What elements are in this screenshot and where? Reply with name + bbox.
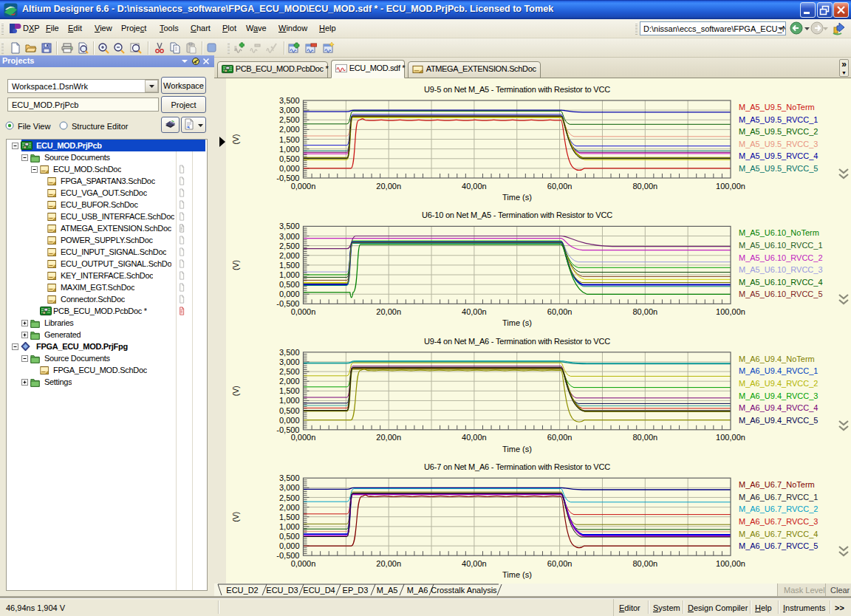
svg-text:(V): (V) xyxy=(231,386,240,396)
svg-text:20,00n: 20,00n xyxy=(376,433,401,442)
svg-text:100,00n: 100,00n xyxy=(716,559,745,568)
svg-text:2,000: 2,000 xyxy=(279,125,300,134)
svg-text:80,00n: 80,00n xyxy=(632,182,657,191)
svg-text:1,500: 1,500 xyxy=(279,386,300,395)
svg-text:M_A5_U6.10_RVCC_3: M_A5_U6.10_RVCC_3 xyxy=(739,265,823,274)
svg-text:ECU_D2: ECU_D2 xyxy=(226,586,258,595)
svg-text:0,000: 0,000 xyxy=(279,290,300,298)
svg-text:M_A5_U6.10_RVCC_2: M_A5_U6.10_RVCC_2 xyxy=(739,253,823,262)
svg-text:0,000n: 0,000n xyxy=(291,433,316,442)
svg-text:M_A6_U9.4_RVCC_1: M_A6_U9.4_RVCC_1 xyxy=(739,366,818,375)
svg-text:M_A5_U9.5_NoTerm: M_A5_U9.5_NoTerm xyxy=(739,103,815,112)
svg-text:100,00n: 100,00n xyxy=(716,307,745,316)
svg-text:M_A6_U6.7_NoTerm: M_A6_U6.7_NoTerm xyxy=(739,480,815,489)
svg-text:0,000n: 0,000n xyxy=(291,182,316,191)
svg-text:1,500: 1,500 xyxy=(279,135,300,144)
svg-text:60,00n: 60,00n xyxy=(547,559,573,568)
svg-text:M_A6_U9.4_RVCC_2: M_A6_U9.4_RVCC_2 xyxy=(739,379,818,388)
svg-text:0,500: 0,500 xyxy=(279,532,300,541)
svg-text:M_A5_U6.10_RVCC_4: M_A5_U6.10_RVCC_4 xyxy=(739,278,823,287)
svg-text:0,000: 0,000 xyxy=(279,541,300,550)
svg-text:1,000: 1,000 xyxy=(279,270,300,279)
svg-text:80,00n: 80,00n xyxy=(632,433,657,442)
svg-text:Crosstalk Analysis: Crosstalk Analysis xyxy=(431,586,497,595)
svg-text:M_A5_U9.5_RVCC_2: M_A5_U9.5_RVCC_2 xyxy=(739,127,818,136)
svg-text:M_A6_U9.4_NoTerm: M_A6_U9.4_NoTerm xyxy=(739,355,815,363)
svg-text:0,000n: 0,000n xyxy=(291,559,316,568)
svg-text:2,500: 2,500 xyxy=(279,115,300,124)
svg-text:20,00n: 20,00n xyxy=(376,182,401,191)
svg-text:0,000n: 0,000n xyxy=(291,307,316,316)
svg-text:0,000: 0,000 xyxy=(279,416,300,425)
svg-text:Time (s): Time (s) xyxy=(502,570,532,579)
svg-text:2,000: 2,000 xyxy=(279,377,300,386)
svg-text:2,000: 2,000 xyxy=(279,251,300,260)
svg-text:M_A5_U6.10_RVCC_1: M_A5_U6.10_RVCC_1 xyxy=(739,241,823,250)
svg-text:Time (s): Time (s) xyxy=(502,318,532,327)
svg-text:3,000: 3,000 xyxy=(279,357,300,366)
svg-text:40,00n: 40,00n xyxy=(462,307,487,316)
svg-text:3,000: 3,000 xyxy=(279,232,300,241)
svg-text:M_A5_U9.5_RVCC_1: M_A5_U9.5_RVCC_1 xyxy=(739,115,818,124)
svg-text:3,000: 3,000 xyxy=(279,483,300,492)
svg-text:M_A6_U6.7_RVCC_4: M_A6_U6.7_RVCC_4 xyxy=(739,530,818,538)
svg-text:1,000: 1,000 xyxy=(279,396,300,405)
svg-text:40,00n: 40,00n xyxy=(462,182,487,191)
svg-text:2,500: 2,500 xyxy=(279,493,300,502)
svg-text:3,500: 3,500 xyxy=(279,96,300,105)
svg-text:(V): (V) xyxy=(231,512,240,522)
svg-text:0,500: 0,500 xyxy=(279,280,300,289)
svg-text:80,00n: 80,00n xyxy=(632,307,657,316)
svg-text:M_A6_U6.7_RVCC_3: M_A6_U6.7_RVCC_3 xyxy=(739,517,818,526)
svg-text:2,500: 2,500 xyxy=(279,367,300,376)
svg-text:U6-7 on Net M_A6 - Termination: U6-7 on Net M_A6 - Termination with Resi… xyxy=(424,462,610,471)
svg-text:M_A5_U6.10_RVCC_5: M_A5_U6.10_RVCC_5 xyxy=(739,290,823,298)
svg-text:20,00n: 20,00n xyxy=(376,559,401,568)
svg-text:20,00n: 20,00n xyxy=(376,307,401,316)
svg-text:M_A6_U6.7_RVCC_5: M_A6_U6.7_RVCC_5 xyxy=(739,541,818,550)
svg-text:M_A5_U9.5_RVCC_5: M_A5_U9.5_RVCC_5 xyxy=(739,164,818,173)
svg-text:U9-4 on Net M_A6 - Termination: U9-4 on Net M_A6 - Termination with Resi… xyxy=(424,337,610,346)
svg-text:3,500: 3,500 xyxy=(279,222,300,230)
svg-text:40,00n: 40,00n xyxy=(462,433,487,442)
svg-text:3,000: 3,000 xyxy=(279,106,300,114)
svg-text:(V): (V) xyxy=(231,260,240,270)
svg-text:40,00n: 40,00n xyxy=(462,559,487,568)
svg-text:ECU_D3: ECU_D3 xyxy=(266,586,298,595)
svg-text:1,500: 1,500 xyxy=(279,261,300,270)
svg-text:0,500: 0,500 xyxy=(279,154,300,163)
svg-text:80,00n: 80,00n xyxy=(632,559,657,568)
svg-text:60,00n: 60,00n xyxy=(547,433,573,442)
svg-text:2,500: 2,500 xyxy=(279,242,300,250)
svg-text:Time (s): Time (s) xyxy=(502,445,532,454)
svg-text:EP_D3: EP_D3 xyxy=(343,586,369,595)
svg-text:U6-10 on Net M_A5 - Terminatio: U6-10 on Net M_A5 - Termination with Res… xyxy=(422,211,612,219)
svg-text:1,500: 1,500 xyxy=(279,513,300,521)
svg-text:0,500: 0,500 xyxy=(279,406,300,415)
svg-text:M_A6: M_A6 xyxy=(407,586,428,595)
svg-text:M_A6_U9.4_RVCC_4: M_A6_U9.4_RVCC_4 xyxy=(739,403,818,412)
svg-text:100,00n: 100,00n xyxy=(716,182,745,191)
svg-text:ECU_D4: ECU_D4 xyxy=(303,586,335,595)
svg-text:M_A6_U9.4_RVCC_3: M_A6_U9.4_RVCC_3 xyxy=(739,391,818,400)
svg-text:Time (s): Time (s) xyxy=(502,193,532,202)
svg-text:M_A5_U9.5_RVCC_3: M_A5_U9.5_RVCC_3 xyxy=(739,140,818,148)
svg-text:3,500: 3,500 xyxy=(279,348,300,357)
svg-text:(V): (V) xyxy=(231,134,240,145)
svg-text:0,000: 0,000 xyxy=(279,164,300,173)
svg-text:1,000: 1,000 xyxy=(279,522,300,531)
svg-text:M_A6_U6.7_RVCC_1: M_A6_U6.7_RVCC_1 xyxy=(739,493,818,502)
svg-text:M_A6_U6.7_RVCC_2: M_A6_U6.7_RVCC_2 xyxy=(739,504,818,513)
svg-text:3,500: 3,500 xyxy=(279,473,300,482)
svg-text:60,00n: 60,00n xyxy=(547,307,573,316)
svg-text:M_A5_U9.5_RVCC_4: M_A5_U9.5_RVCC_4 xyxy=(739,151,818,160)
svg-text:60,00n: 60,00n xyxy=(547,182,573,191)
svg-text:100,00n: 100,00n xyxy=(716,433,745,442)
svg-text:U9-5 on Net M_A5 - Termination: U9-5 on Net M_A5 - Termination with Resi… xyxy=(424,85,610,94)
svg-text:2,000: 2,000 xyxy=(279,503,300,512)
svg-text:M_A5_U6.10_NoTerm: M_A5_U6.10_NoTerm xyxy=(739,228,819,237)
svg-text:M_A6_U9.4_RVCC_5: M_A6_U9.4_RVCC_5 xyxy=(739,416,818,425)
svg-text:1,000: 1,000 xyxy=(279,145,300,154)
svg-text:M_A5: M_A5 xyxy=(377,586,398,595)
